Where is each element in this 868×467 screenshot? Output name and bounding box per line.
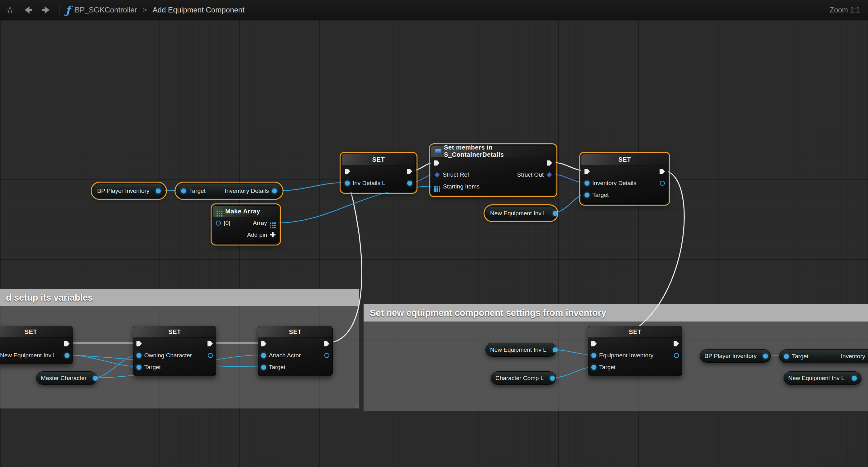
variable-label: BP Player Inventory: [705, 353, 757, 360]
pin-label: Target: [144, 364, 161, 371]
output-pin[interactable]: [763, 353, 768, 359]
breadcrumb-blueprint[interactable]: BP_SGKController: [75, 6, 137, 14]
set-node-owning-character[interactable]: SET Owning Character Target: [133, 326, 216, 376]
value-output-pin[interactable]: [660, 181, 665, 186]
pin-label: Struct Out: [517, 172, 544, 178]
forward-arrow-icon[interactable]: [39, 3, 53, 17]
toolbar-divider: [59, 4, 60, 16]
function-icon: ƒ: [66, 4, 70, 16]
node-title: Set members in S_ContainerDetails: [444, 144, 552, 158]
value-input-pin[interactable]: [345, 181, 350, 186]
target-input-pin[interactable]: [585, 192, 589, 197]
comment-title[interactable]: d setup its variables: [0, 289, 359, 306]
set-node-attach-actor[interactable]: SET Attach Actor Target: [258, 326, 333, 376]
variable-label: Character Comp L: [495, 375, 544, 382]
value-output-pin[interactable]: [674, 353, 679, 358]
set-node-new-equipment-inv-l[interactable]: SET New Equipment Inv L: [0, 326, 73, 364]
pin-label: Inventory Details: [592, 180, 637, 187]
pin-label: New Equipment Inv L: [0, 352, 56, 359]
pin-label: Starting Items: [443, 183, 479, 190]
element-0-input-pin[interactable]: [216, 221, 221, 225]
exec-in-pin[interactable]: [591, 341, 597, 346]
value-output-pin[interactable]: [208, 353, 213, 358]
variable-label: New Equipment Inv L: [490, 210, 547, 217]
target-input-pin[interactable]: [136, 365, 142, 370]
output-pin[interactable]: [272, 188, 277, 193]
target-input-pin[interactable]: [591, 365, 596, 370]
exec-out-pin[interactable]: [208, 341, 213, 346]
target-input-pin[interactable]: [181, 188, 186, 193]
pure-node-get-inventory-details[interactable]: Target Inventory Details: [176, 184, 282, 198]
pin-label: [0]: [224, 220, 230, 226]
back-arrow-icon[interactable]: [21, 3, 35, 17]
node-title: SET: [133, 326, 216, 338]
value-input-pin[interactable]: [591, 353, 596, 358]
variable-getter-character-comp-l[interactable]: Character Comp L: [491, 371, 556, 385]
exec-out-pin[interactable]: [324, 341, 329, 346]
variable-label: BP Player Inventory: [97, 188, 150, 194]
variable-getter-master-character[interactable]: Master Character: [36, 371, 97, 385]
variable-getter-new-equipment-inv-l[interactable]: New Equipment Inv L: [783, 371, 862, 385]
value-input-pin[interactable]: [261, 353, 266, 358]
pin-label: Attach Actor: [269, 352, 301, 359]
variable-getter-new-equipment-inv-l[interactable]: New Equipment Inv L: [486, 343, 556, 357]
struct-out-output-pin[interactable]: [547, 172, 552, 178]
exec-out-pin[interactable]: [659, 169, 665, 174]
make-array-node[interactable]: Make Array [0] Array Add pin ✚: [213, 205, 279, 244]
set-node-inventory-details[interactable]: SET Inventory Details Target: [581, 154, 668, 204]
breadcrumb-function[interactable]: Add Equipment Component: [153, 6, 245, 14]
variable-label: New Equipment Inv L: [490, 346, 547, 353]
pin-label: Target: [189, 188, 206, 194]
exec-out-pin[interactable]: [64, 341, 69, 346]
pin-label: Equipment Inventory: [599, 352, 653, 359]
struct-icon: [435, 149, 441, 153]
variable-getter-bp-player-inventory[interactable]: BP Player Inventory: [700, 349, 771, 363]
value-input-pin[interactable]: [585, 181, 589, 186]
add-pin-plus-icon[interactable]: ✚: [270, 231, 276, 239]
target-input-pin[interactable]: [784, 354, 789, 359]
node-title: Make Array: [225, 208, 260, 215]
output-pin[interactable]: [553, 211, 558, 216]
struct-ref-input-pin[interactable]: [435, 172, 440, 178]
exec-in-pin[interactable]: [585, 169, 590, 174]
comment-resize-handle[interactable]: [352, 402, 359, 408]
value-output-pin[interactable]: [407, 181, 412, 186]
variable-getter-bp-player-inventory[interactable]: BP Player Inventory: [93, 184, 165, 198]
pure-node-get-inventory[interactable]: Target Inventory: [779, 349, 868, 363]
output-pin[interactable]: [156, 188, 161, 193]
output-pin[interactable]: [852, 376, 857, 381]
array-output-pin[interactable]: [270, 222, 271, 224]
output-pin[interactable]: [550, 376, 555, 381]
add-pin-label: Add pin: [247, 231, 267, 238]
exec-out-pin[interactable]: [407, 169, 412, 174]
exec-out-pin[interactable]: [674, 341, 679, 346]
set-node-inv-details-l[interactable]: SET Inv Details L: [341, 154, 415, 192]
target-input-pin[interactable]: [261, 365, 266, 370]
bookmark-star-icon[interactable]: ☆: [3, 3, 17, 17]
exec-in-pin[interactable]: [136, 341, 142, 346]
pin-label: Inv Details L: [353, 180, 385, 187]
output-pin[interactable]: [553, 347, 558, 352]
variable-label: New Equipment Inv L: [788, 375, 845, 382]
pin-label: Inventory: [841, 353, 865, 360]
variable-getter-new-equipment-inv-l[interactable]: New Equipment Inv L: [486, 206, 556, 220]
set-node-equipment-inventory[interactable]: SET Equipment Inventory Target: [588, 326, 682, 376]
exec-in-pin[interactable]: [434, 160, 440, 166]
output-pin[interactable]: [93, 376, 98, 381]
node-title: SET: [342, 154, 415, 165]
value-input-pin[interactable]: [136, 353, 142, 358]
variable-label: Master Character: [41, 375, 87, 382]
starting-items-array-pin[interactable]: [434, 186, 436, 188]
array-icon: [217, 211, 218, 212]
value-output-pin[interactable]: [64, 353, 69, 358]
pin-label: Array: [253, 220, 267, 226]
set-members-node[interactable]: Set members in S_ContainerDetails Struct…: [431, 145, 556, 195]
value-output-pin[interactable]: [324, 353, 329, 358]
exec-in-pin[interactable]: [261, 341, 267, 346]
comment-title[interactable]: Set new equipment component settings fro…: [364, 304, 868, 321]
pin-label: Struct Ref: [443, 172, 469, 178]
graph-toolbar: ☆ ƒ BP_SGKController > Add Equipment Com…: [0, 0, 868, 20]
exec-in-pin[interactable]: [345, 169, 350, 174]
exec-out-pin[interactable]: [547, 160, 552, 166]
zoom-level-label: Zoom 1:1: [830, 0, 860, 20]
